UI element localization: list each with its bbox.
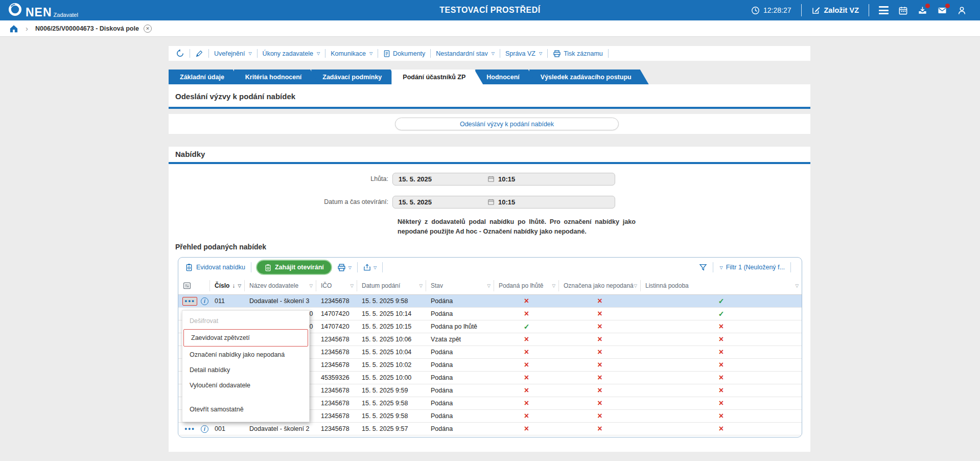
toolbar-kony-zadavatele[interactable]: Úkony zadavatele▽ [263,50,320,57]
toolbar-dokumenty[interactable]: Dokumenty [383,50,425,58]
toolbar-pencil-button[interactable] [195,50,203,58]
flag-not-submitted: × [559,361,641,369]
cross-icon: × [719,322,724,331]
table-row[interactable]: ●●●i011Dodavatel - školení 31234567815. … [178,295,802,308]
column-header-listinn-podoba[interactable]: Listinná podoba▽ [641,280,802,291]
refresh-icon [176,49,184,58]
flag-not-submitted: × [559,386,641,395]
send-invitation-button[interactable]: Odeslání výzvy k podání nabídek [395,118,619,130]
row-info-button[interactable]: i [201,297,208,305]
table-row[interactable]: ●●●i001Dodavatel - školení 21234567815. … [178,423,802,435]
tab-v-sledek-zad-vac-ho-postupu[interactable]: Výsledek zadávacího postupu [529,70,649,84]
column-filter-icon[interactable]: ▽ [238,283,241,288]
close-record-icon[interactable]: ✕ [144,25,152,33]
cross-icon: × [719,411,724,420]
toolbar-uve-ejn-n[interactable]: Uveřejnění▽ [214,50,252,57]
deadline-field[interactable]: 15. 5. 2025 10:15 [392,173,615,186]
register-offer-button[interactable]: Evidovat nabídku [185,263,245,271]
active-filter-label[interactable]: Filtr 1 (Neuložený f... [726,264,785,271]
messages-button[interactable] [937,6,947,15]
tab-pod-n-astn-k-zp[interactable]: Podání účastníků ZP [391,70,483,84]
breadcrumb-item[interactable]: N006/25/V00004673 - Disková pole [35,25,139,32]
flag-paper-form: × [641,361,802,369]
column-header-podan-po-lh-t[interactable]: Podaná po lhůtě▽ [494,280,559,291]
calendar-button[interactable] [898,6,908,15]
column-header-stav[interactable]: Stav▽ [426,280,494,291]
toolbar-tisk-z-znamu[interactable]: Tisk záznamu [553,50,603,58]
share-icon [363,263,371,271]
column-header-ozna-ena-jako-nepodan[interactable]: Označena jako nepodaná▽ [559,280,641,291]
column-header-n-zev-dodavatele[interactable]: Název dodavatele▽ [245,280,316,291]
section-invitation: Odeslání výzvy k podání nabídek [169,84,810,109]
check-icon: ✓ [718,310,725,318]
toolbar-label: Uveřejnění [214,50,245,57]
topbar-divider [801,4,802,16]
flag-late: × [494,425,559,433]
caret-down-icon: ▽ [248,51,251,56]
row-info-button[interactable]: i [201,425,208,433]
column-filter-icon[interactable]: ▽ [487,283,491,288]
cross-icon: × [524,411,529,420]
print-table-button[interactable]: ▽ [337,263,352,272]
menu-item-detail-nab-dky[interactable]: Detail nabídky [182,362,309,378]
row-menu-button[interactable]: ●●● [182,425,197,433]
toolbar-divider [790,262,791,272]
flag-not-submitted: × [559,412,641,420]
caret-down-icon: ▽ [374,265,377,270]
tab-krit-ria-hodnocen[interactable]: Kritéria hodnocení [234,70,319,84]
nen-logo[interactable]: NEN Zadavatel [8,3,78,18]
tab-label: Hodnocení [486,74,520,81]
column-filter-icon[interactable]: ▽ [795,283,799,288]
offer-status: Podána [426,387,494,394]
flag-paper-form: × [641,386,802,395]
filter-button[interactable] [699,263,707,271]
column-settings-button[interactable] [178,280,210,291]
main-menu-button[interactable] [879,6,889,14]
toolbar-komunikace[interactable]: Komunikace▽ [331,50,372,57]
column-filter-icon[interactable]: ▽ [350,283,354,288]
downloads-button[interactable] [918,6,927,15]
calendar-small-icon [487,175,495,182]
column-filter-icon[interactable]: ▽ [634,283,637,288]
export-button[interactable]: ▽ [363,263,377,271]
tab-z-kladn-daje[interactable]: Základní údaje [169,70,242,84]
offer-status: Podána [426,425,494,432]
tab-hodnocen[interactable]: Hodnocení [475,70,537,84]
flag-late: ✓ [494,323,559,331]
toolbar-nestandardn-stav[interactable]: Nestandardní stav▽ [436,50,495,57]
toolbar-divider [325,49,325,58]
flag-late: × [494,412,559,420]
column-header-i-o[interactable]: IČO▽ [316,280,357,291]
menu-item-vylou-en-dodavatele[interactable]: Vyloučení dodavatele [182,378,309,393]
create-vz-button[interactable]: Založit VZ [811,6,859,15]
user-button[interactable] [957,6,967,15]
menu-item-otev-t-samostatn[interactable]: Otevřít samostatně [182,402,309,417]
flag-late: × [494,374,559,382]
submission-date: 15. 5. 2025 9:59 [357,387,426,394]
column-filter-icon[interactable]: ▽ [552,283,555,288]
flag-paper-form: × [641,412,802,420]
offer-status: Podána [426,400,494,407]
menu-item-ozna-en-nab-dky-jako-nepodan[interactable]: Označení nabídky jako nepodaná [182,347,309,362]
column-filter-icon[interactable]: ▽ [309,283,313,288]
column-header-slo[interactable]: Číslo↓▽ [210,280,245,291]
cross-icon: × [524,335,529,343]
opening-field[interactable]: 15. 5. 2025 10:15 [392,196,615,209]
row-menu-button[interactable]: ●●● [182,297,197,306]
menu-item-zaevidovat-zp-tvzet[interactable]: Zaevidovat zpětvzetí [184,330,308,346]
toolbar-refresh-button[interactable] [176,49,184,58]
column-filter-icon[interactable]: ▽ [419,283,423,288]
tab-label: Základní údaje [180,74,224,81]
tab-zad-vac-podm-nky[interactable]: Zadávací podmínky [311,70,399,84]
document-icon [383,50,390,58]
offer-status: Podána [426,297,494,305]
start-opening-button[interactable]: Zahájit otevírání [257,261,331,274]
cross-icon: × [597,399,602,407]
toolbar-divider [713,262,713,272]
home-button[interactable] [9,24,18,33]
column-header-datum-pod-n[interactable]: Datum podání▽ [357,280,426,291]
flag-not-submitted: × [559,374,641,382]
downloads-badge [925,4,930,8]
toolbar-spr-va-vz[interactable]: Správa VZ▽ [505,50,542,57]
record-toolbar: Uveřejnění▽Úkony zadavatele▽Komunikace▽D… [169,46,810,61]
